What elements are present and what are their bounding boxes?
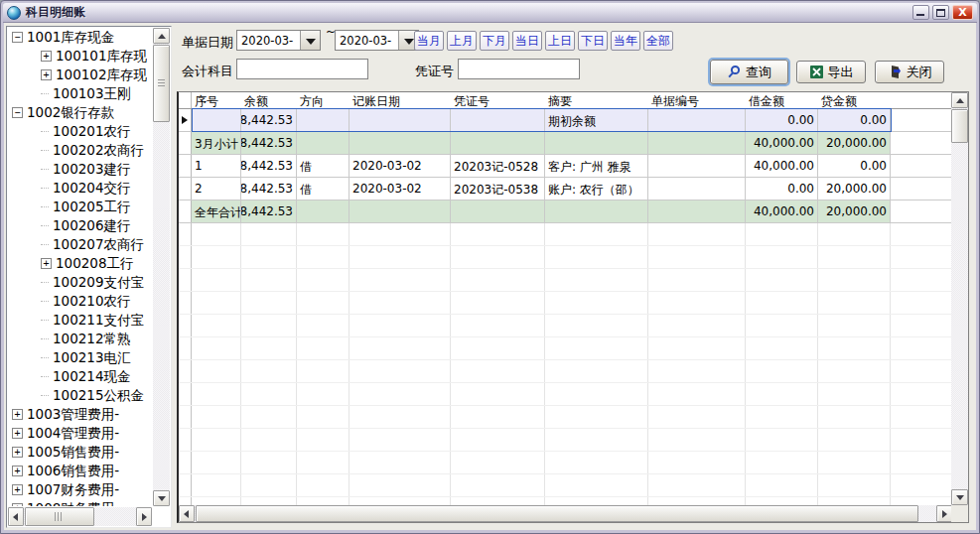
tree-item-label: 100207农商行 [53,236,144,254]
tree-item[interactable]: 100207农商行 [8,235,153,254]
grid-hscrollbar-track[interactable] [179,505,952,522]
voucher-input[interactable] [458,59,580,79]
column-header[interactable]: 摘要 [545,92,648,108]
quick-date-button-4[interactable]: 当日 [512,31,542,51]
tree-item[interactable]: 100210农行 [8,292,153,311]
grid-hscrollbar-thumb[interactable] [196,505,918,522]
tree-item[interactable]: 100205工行 [8,198,153,216]
grid-scroll-down-button[interactable] [951,489,968,505]
tree-item[interactable]: −1002银行存款 [8,103,153,122]
expand-plus-icon[interactable]: + [12,503,23,506]
tree-item[interactable]: +1004管理费用- [8,424,153,443]
tree-item[interactable]: 100209支付宝 [8,273,153,292]
expand-plus-icon[interactable]: + [12,428,23,439]
tree-item[interactable]: 100202农商行 [8,141,153,160]
empty-cell [192,497,241,505]
expand-plus-icon[interactable]: + [12,466,23,476]
column-header[interactable]: 记账日期 [350,92,451,108]
query-button[interactable]: 查询 [710,60,788,84]
tree-item[interactable]: 100212常熟 [8,330,153,348]
tree-item[interactable]: +1007财务费用- [8,480,153,499]
table-row[interactable]: 3月小计578,442.5340,000.0020,000.00 [179,132,952,155]
table-row[interactable]: 全年合计558,442.5340,000.0020,000.00 [179,200,952,223]
tree-item[interactable]: 100213电汇 [8,348,153,367]
tree-item[interactable]: +1003管理费用- [8,405,153,424]
tree-item[interactable]: +100102库存现 [8,66,153,84]
tree-item[interactable]: 100204交行 [8,179,153,198]
tree-hscrollbar-track[interactable] [8,507,152,526]
expand-plus-icon[interactable]: + [41,258,52,269]
quick-date-button-3[interactable]: 下月 [480,31,509,51]
column-header[interactable]: 序号 [192,92,241,108]
tree-item[interactable]: +1006销售费用- [8,462,153,480]
expand-plus-icon[interactable]: + [41,51,52,62]
column-header[interactable]: 单据编号 [648,92,746,108]
tree-item[interactable]: +1008财务费用 [8,499,153,506]
row-indicator-cell [179,406,192,428]
close-button[interactable]: X [952,5,973,20]
column-header[interactable]: 方向 [297,92,350,108]
empty-grid-row [179,429,952,452]
tree-vscrollbar-track[interactable] [153,28,170,506]
tree-scroll-up-button[interactable] [153,28,170,44]
table-row[interactable]: 2558,442.53借2020-03-0220203记-0538账户: 农行（… [179,178,952,200]
quick-date-button-2[interactable]: 上月 [447,31,477,51]
export-button[interactable]: 导出 [796,61,866,83]
tree-item[interactable]: 100103王刚 [8,84,153,103]
empty-cell [297,337,350,359]
quick-date-button-1[interactable]: 当月 [414,31,444,51]
tree-scroll-left-button[interactable] [8,507,24,526]
table-row[interactable]: 1538,442.53借2020-03-0220203记-0528客户: 广州 … [179,155,952,178]
empty-cell [350,360,451,382]
expand-plus-icon[interactable]: + [41,69,52,80]
quick-date-button-8[interactable]: 全部 [643,31,673,51]
tree-item[interactable]: +100101库存现 [8,47,153,66]
date-to-combobox[interactable]: 2020-03-14 [335,30,419,51]
tree-item[interactable]: 100211支付宝 [8,311,153,330]
close-form-button[interactable]: 关闭 [875,61,944,83]
tree-item[interactable]: −1001库存现金 [8,28,153,47]
tree-item[interactable]: +100208工行 [8,254,153,273]
titlebar[interactable]: 科目明细账 X [3,3,977,23]
tree-item[interactable]: 100214现金 [8,367,153,386]
grid-vscrollbar-track[interactable] [951,92,968,505]
tree-item[interactable]: 100206建行 [8,216,153,235]
table-cell [648,178,746,200]
subject-input[interactable] [236,59,368,79]
header-indicator-cell [179,92,192,108]
grid-vscrollbar-thumb[interactable] [951,109,968,143]
column-header[interactable]: 余额 [241,92,297,108]
date-from-dropdown-icon[interactable] [300,31,320,50]
maximize-button[interactable] [932,5,949,20]
date-from-value[interactable]: 2020-03-01 [237,31,300,50]
quick-date-button-6[interactable]: 下日 [578,31,608,51]
expand-plus-icon[interactable]: + [12,447,23,458]
tree-item[interactable]: 100203建行 [8,160,153,179]
app-window: 科目明细账 X −1001库存现金+100101库存现+100102库存现100… [0,0,980,534]
grid-scroll-left-button[interactable] [179,505,195,522]
column-header[interactable]: 借金额 [746,92,818,108]
collapse-minus-icon[interactable]: − [12,107,23,118]
tree-item[interactable]: 100215公积金 [8,386,153,405]
tree-scroll-right-button[interactable] [136,507,152,526]
quick-date-button-7[interactable]: 当年 [611,31,640,51]
column-header[interactable]: 贷金额 [818,92,891,108]
tree-hscrollbar-thumb[interactable] [25,507,94,526]
empty-cell [451,246,545,268]
expand-plus-icon[interactable]: + [12,484,23,495]
date-from-combobox[interactable]: 2020-03-01 [236,30,321,51]
minimize-button[interactable] [912,5,929,20]
tree-item[interactable]: 100201农行 [8,122,153,141]
table-row[interactable]: 578,442.53期初余额0.000.00 [179,109,952,132]
grid-scroll-up-button[interactable] [951,92,968,108]
date-to-value[interactable]: 2020-03-14 [336,31,398,50]
grid-scroll-right-button[interactable] [936,505,952,522]
tree-scroll-down-button[interactable] [153,490,170,506]
tree-item[interactable]: +1005销售费用- [8,443,153,462]
quick-date-button-5[interactable]: 上日 [545,31,575,51]
tree-vscrollbar-thumb[interactable] [153,45,170,122]
empty-cell [297,269,350,291]
collapse-minus-icon[interactable]: − [12,32,23,43]
expand-plus-icon[interactable]: + [12,409,23,420]
column-header[interactable]: 凭证号 [451,92,545,108]
